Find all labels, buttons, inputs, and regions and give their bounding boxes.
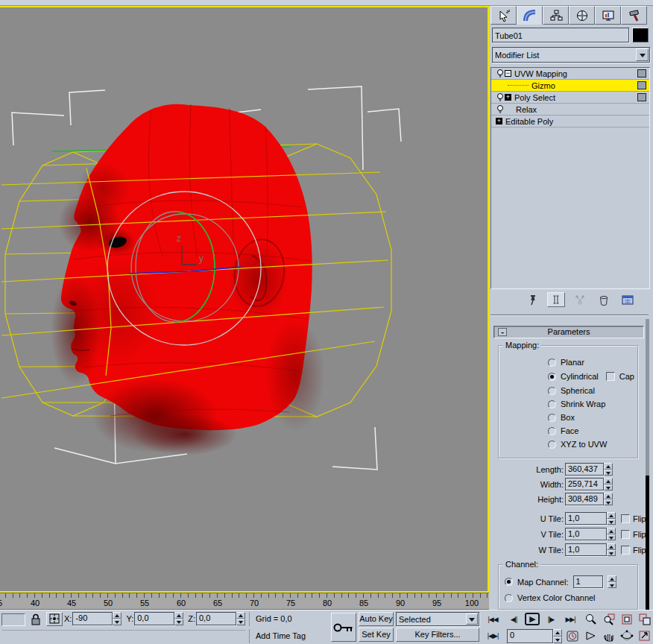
collapse-box[interactable]: − <box>505 70 511 77</box>
radio-face[interactable] <box>548 427 556 435</box>
radio-map-channel[interactable] <box>505 578 513 586</box>
width-field[interactable]: 259,714 <box>565 478 604 490</box>
stack-item-poly-select[interactable]: + Poly Select <box>491 92 649 104</box>
stack-item-uvw-mapping[interactable]: − UVW Mapping <box>491 68 649 80</box>
u-tile-field[interactable]: 1,0 <box>565 512 607 525</box>
vertex-color-label[interactable]: Vertex Color Channel <box>517 593 596 602</box>
tab-display[interactable] <box>595 6 621 25</box>
u-flip-label[interactable]: Flip <box>633 514 646 523</box>
w-flip-checkbox[interactable] <box>621 546 630 555</box>
current-frame-spinner[interactable] <box>553 629 562 643</box>
show-end-result-button[interactable] <box>547 292 565 307</box>
map-channel-field[interactable]: 1 <box>573 575 603 588</box>
pin-stack-button[interactable] <box>523 292 541 307</box>
z-coordinate-field[interactable]: 0,0 <box>196 612 236 625</box>
modifier-toggle-swatch[interactable] <box>637 93 646 101</box>
stack-item-gizmo[interactable]: Gizmo <box>491 80 649 92</box>
cap-label[interactable]: Cap <box>619 372 634 381</box>
y-spinner[interactable] <box>174 612 183 625</box>
length-spinner[interactable] <box>604 463 613 476</box>
radio-label[interactable]: Face <box>561 426 578 435</box>
radio-box[interactable] <box>548 414 556 422</box>
radio-spherical[interactable] <box>548 387 556 395</box>
map-channel-label[interactable]: Map Channel: <box>517 578 569 587</box>
v-tile-field[interactable]: 1,0 <box>565 528 607 540</box>
radio-label[interactable]: Shrink Wrap <box>561 400 605 408</box>
dropdown-arrow-button[interactable] <box>636 48 649 61</box>
absolute-mode-transform-toggle[interactable] <box>46 612 63 626</box>
stack-item-relax[interactable]: Relax <box>491 104 649 116</box>
rollout-collapse-button[interactable]: - <box>498 328 507 336</box>
radio-vertex-color-channel[interactable] <box>505 594 513 602</box>
radio-xyz-to-uvw[interactable] <box>548 441 556 449</box>
make-unique-button[interactable] <box>571 292 589 307</box>
timeline-track-bar[interactable]: 5 40 45 50 55 60 65 70 75 80 85 90 95 10… <box>0 593 489 610</box>
w-tile-field[interactable]: 1,0 <box>565 543 607 556</box>
pan-button[interactable] <box>602 629 616 643</box>
tab-motion[interactable] <box>569 6 595 25</box>
perspective-viewport[interactable]: z y <box>0 6 489 593</box>
radio-shrink-wrap[interactable] <box>548 400 556 408</box>
radio-label[interactable]: Cylindrical <box>561 372 599 381</box>
set-key-button[interactable]: Set Key <box>359 628 394 642</box>
length-field[interactable]: 360,437 <box>565 463 604 476</box>
previous-frame-button[interactable]: ◀|| <box>505 613 522 625</box>
radio-label[interactable]: XYZ to UVW <box>561 440 607 449</box>
zoom-button[interactable] <box>584 613 598 626</box>
z-spinner[interactable] <box>236 612 245 625</box>
add-time-tag[interactable]: Add Time Tag <box>249 629 328 643</box>
object-name-field[interactable] <box>492 28 629 42</box>
w-tile-spinner[interactable] <box>607 543 616 556</box>
modifier-toggle-swatch[interactable] <box>637 69 646 78</box>
auto-key-button[interactable]: Auto Key <box>359 612 394 626</box>
zoom-all-button[interactable] <box>602 613 616 626</box>
width-spinner[interactable] <box>604 478 613 490</box>
key-mode-toggle-button[interactable]: |◀▶| <box>485 630 501 642</box>
play-animation-button[interactable]: ▶ <box>525 613 540 625</box>
modifier-toggle-swatch[interactable] <box>637 81 646 89</box>
x-spinner[interactable] <box>113 612 122 625</box>
maxscript-mini-listener[interactable] <box>1 613 25 626</box>
v-tile-spinner[interactable] <box>607 528 616 540</box>
selection-lock-toggle[interactable] <box>30 613 42 626</box>
time-configuration-button[interactable] <box>567 629 580 643</box>
configure-modifier-sets-button[interactable] <box>619 292 637 307</box>
map-channel-spinner[interactable] <box>608 575 616 588</box>
u-flip-checkbox[interactable] <box>621 514 630 523</box>
next-frame-button[interactable]: ||▶ <box>543 613 559 625</box>
rollout-scrollbar-thumb[interactable] <box>646 319 649 476</box>
w-flip-label[interactable]: Flip <box>633 546 646 555</box>
remove-modifier-button[interactable] <box>595 292 613 307</box>
min-max-toggle-button[interactable] <box>638 629 652 643</box>
object-color-swatch[interactable] <box>632 28 649 42</box>
u-tile-spinner[interactable] <box>607 512 616 525</box>
zoom-extents-all-button[interactable] <box>638 613 652 626</box>
v-flip-label[interactable]: Flip <box>633 530 646 539</box>
current-frame-field[interactable]: 0 <box>507 629 553 643</box>
zoom-extents-button[interactable] <box>620 613 634 626</box>
stack-item-editable-poly[interactable]: + Editable Poly <box>491 116 649 127</box>
radio-label[interactable]: Planar <box>561 358 584 367</box>
cap-checkbox[interactable] <box>606 372 615 381</box>
tab-hierarchy[interactable] <box>543 6 569 25</box>
v-flip-checkbox[interactable] <box>621 530 630 539</box>
key-filters-button[interactable]: Key Filters... <box>396 628 479 642</box>
parameters-rollout-header[interactable]: - Parameters <box>493 326 644 338</box>
go-to-end-button[interactable]: ▶▶| <box>562 613 578 625</box>
dropdown-arrow-button[interactable] <box>466 613 478 625</box>
tab-utilities[interactable] <box>621 6 647 25</box>
expand-box[interactable]: + <box>496 118 502 124</box>
radio-cylindrical[interactable] <box>548 373 556 381</box>
radio-label[interactable]: Spherical <box>561 386 595 395</box>
arc-rotate-button[interactable] <box>620 629 634 643</box>
tab-modify[interactable] <box>517 6 543 25</box>
y-coordinate-field[interactable]: 0,0 <box>134 612 174 625</box>
tab-create[interactable] <box>490 6 517 25</box>
radio-label[interactable]: Box <box>561 413 575 422</box>
rollout-scrollbar-track[interactable] <box>646 319 649 610</box>
field-of-view-button[interactable] <box>584 629 598 643</box>
modifier-list-dropdown[interactable]: Modifier List <box>492 47 650 63</box>
radio-planar[interactable] <box>548 359 556 367</box>
height-field[interactable]: 308,489 <box>565 493 604 505</box>
set-keys-button[interactable] <box>331 613 356 642</box>
